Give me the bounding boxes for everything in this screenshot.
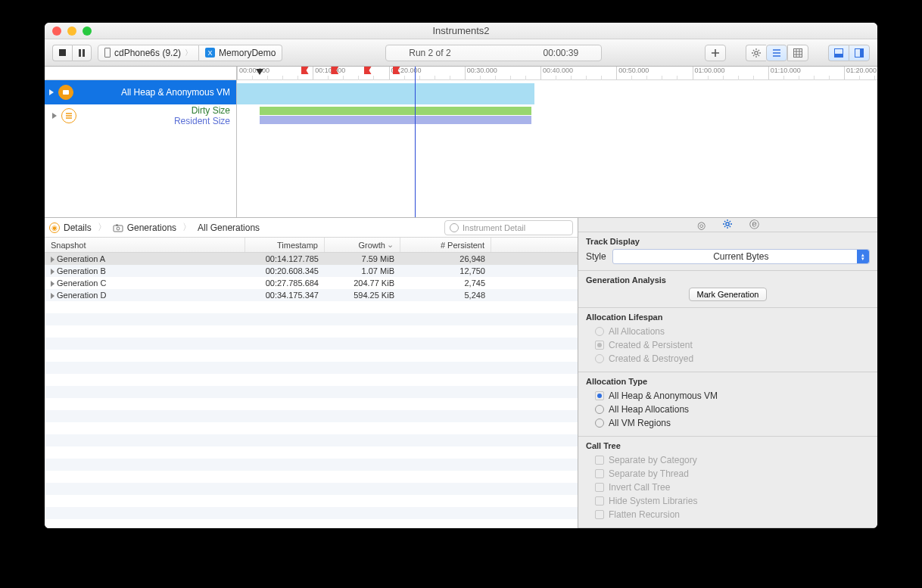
style-label: Style	[586, 251, 606, 262]
strategy-gear-button[interactable]	[746, 45, 766, 61]
disclosure-icon[interactable]	[51, 257, 55, 263]
run-status[interactable]: Run 2 of 2 00:00:39	[385, 45, 602, 61]
add-button[interactable]	[705, 45, 726, 61]
opt-all-allocations: All Allocations	[586, 325, 870, 338]
dirty-bar	[260, 107, 532, 115]
elapsed-time: 00:00:39	[544, 48, 579, 58]
allocations-lane	[237, 80, 877, 104]
svg-rect-5	[860, 48, 864, 57]
table-row	[45, 471, 578, 483]
opt-flatten-recursion: Flatten Recursion	[586, 508, 870, 521]
app-label: MemoryDemo	[219, 48, 276, 58]
col-growth[interactable]: Growth⌄	[325, 238, 400, 252]
col-snapshot[interactable]: Snapshot	[45, 238, 245, 252]
generation-flag-icon[interactable]	[301, 67, 309, 76]
chevron-right-icon: 〉	[185, 48, 192, 58]
chevron-right-icon: 〉	[98, 221, 107, 234]
path-generations[interactable]: Generations	[113, 222, 176, 233]
path-bar: ◉Details 〉 Generations 〉 All Generations…	[45, 218, 578, 238]
strategy-list-button[interactable]	[766, 45, 787, 61]
svg-point-8	[117, 227, 120, 230]
opt-heap-allocations[interactable]: All Heap Allocations	[586, 403, 870, 416]
tracks-area: All Heap & Anonymous VM Dirty Size Resid…	[45, 67, 877, 218]
svg-rect-7	[114, 226, 123, 232]
camera-icon	[113, 223, 123, 232]
grid-icon	[793, 48, 803, 58]
gear-icon	[722, 219, 733, 229]
playhead-icon[interactable]	[256, 69, 263, 75]
section-title: Allocation Lifespan	[586, 313, 870, 322]
table-row[interactable]: Generation B00:20.608.3451.07 MiB12,750	[45, 265, 578, 277]
col-timestamp[interactable]: Timestamp	[245, 238, 325, 252]
pause-button[interactable]	[72, 45, 92, 61]
details-icon: ◉	[49, 222, 60, 233]
table-row	[45, 301, 578, 313]
inspector-tabs: ◎ ⓔ	[578, 218, 877, 232]
opt-vm-regions[interactable]: All VM Regions	[586, 416, 870, 430]
view-strategy-group	[746, 45, 808, 61]
stop-button[interactable]	[52, 45, 72, 61]
table-row	[45, 459, 578, 471]
col-persistent[interactable]: # Persistent	[400, 238, 491, 252]
disclosure-icon[interactable]	[51, 293, 55, 299]
section-title: Track Display	[586, 237, 870, 246]
strategy-grid-button[interactable]	[787, 45, 808, 61]
zoom-icon[interactable]	[83, 26, 92, 36]
track-vmtrack[interactable]: Dirty Size Resident Size	[45, 104, 236, 127]
track-allocations[interactable]: All Heap & Anonymous VM	[45, 80, 236, 104]
instrument-search[interactable]: Instrument Detail	[444, 220, 573, 235]
allocations-icon	[58, 85, 73, 100]
scope-icon	[450, 223, 459, 232]
heap-area	[237, 83, 534, 104]
inspector-panel-button[interactable]	[849, 45, 870, 61]
table-row	[45, 398, 578, 410]
table-row	[45, 495, 578, 507]
path-details[interactable]: ◉Details	[49, 222, 92, 233]
list-icon	[771, 48, 782, 58]
opt-invert-call-tree: Invert Call Tree	[586, 481, 870, 494]
minimize-icon[interactable]	[67, 26, 76, 36]
table-row	[45, 362, 578, 374]
table-body[interactable]: Generation A00:14.127.7857.59 MiB26,948G…	[45, 253, 578, 528]
disclosure-icon[interactable]	[49, 89, 55, 95]
sort-down-icon: ⌄	[387, 240, 394, 250]
stop-icon	[59, 49, 66, 56]
tab-settings-icon[interactable]	[722, 219, 733, 232]
path-all-generations[interactable]: All Generations	[198, 222, 260, 233]
table-row	[45, 507, 578, 519]
close-icon[interactable]	[52, 26, 61, 36]
lower-split: ◉Details 〉 Generations 〉 All Generations…	[45, 218, 877, 528]
panel-toggle-group	[828, 45, 870, 61]
opt-heap-anon-vm[interactable]: All Heap & Anonymous VM	[586, 389, 870, 403]
chevron-right-icon: 〉	[182, 221, 192, 234]
table-row[interactable]: Generation D00:34.175.347594.25 KiB5,248	[45, 289, 578, 301]
generation-flag-icon[interactable]	[364, 67, 372, 76]
run-info: Run 2 of 2	[409, 48, 450, 58]
target-selector[interactable]: cdPhone6s (9.2) 〉 X MemoryDemo	[98, 45, 282, 61]
device-segment[interactable]: cdPhone6s (9.2) 〉	[98, 45, 199, 61]
generation-flag-icon[interactable]	[331, 67, 338, 76]
table-row	[45, 313, 578, 325]
tab-extended-icon[interactable]: ⓔ	[749, 218, 759, 232]
generation-flag-icon[interactable]	[393, 67, 400, 76]
mark-generation-button[interactable]: Mark Generation	[689, 288, 768, 301]
svg-rect-9	[116, 224, 118, 226]
detail-panel-button[interactable]	[828, 45, 849, 61]
playhead-line[interactable]	[415, 67, 416, 217]
svg-point-0	[755, 51, 758, 54]
style-select[interactable]: Current Bytes ▴▾	[612, 249, 870, 264]
vm-lane	[237, 104, 877, 127]
time-ruler[interactable]: 00:00.00000:10.00000:20.00000:30.00000:4…	[237, 67, 877, 80]
table-row[interactable]: Generation C00:27.785.684204.77 KiB2,745	[45, 277, 578, 289]
disclosure-icon[interactable]	[51, 269, 55, 275]
disclosure-icon[interactable]	[52, 113, 58, 119]
tab-summary-icon[interactable]: ◎	[697, 219, 706, 231]
vmtrack-icon	[61, 108, 76, 123]
track-plot[interactable]: 00:00.00000:10.00000:20.00000:30.00000:4…	[237, 67, 877, 217]
record-controls	[52, 45, 92, 61]
section-title: Call Tree	[586, 441, 870, 450]
section-title: Generation Analysis	[586, 275, 870, 285]
table-row[interactable]: Generation A00:14.127.7857.59 MiB26,948	[45, 253, 578, 265]
disclosure-icon[interactable]	[51, 281, 55, 287]
app-segment[interactable]: X MemoryDemo	[199, 45, 282, 61]
